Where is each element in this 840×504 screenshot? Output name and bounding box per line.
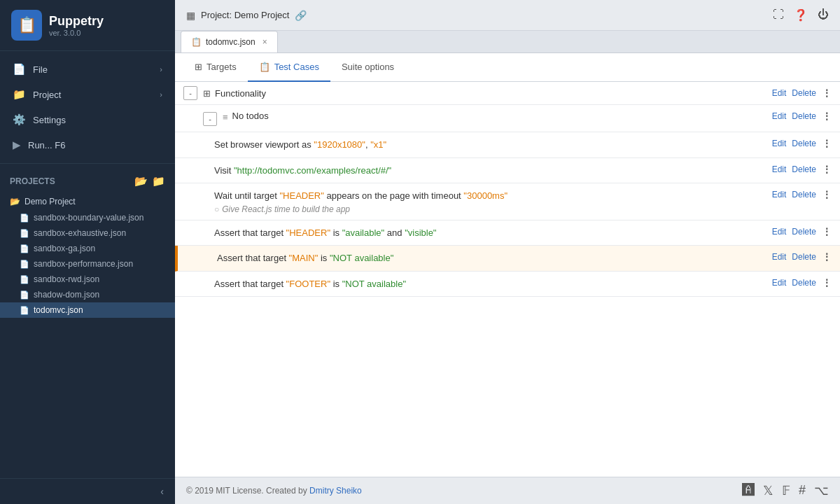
section-toggle-label: - [189, 89, 192, 97]
step-assert-footer-content: Assert that target "FOOTER" is "NOT avai… [214, 277, 772, 291]
step-assert-main-more-button[interactable]: ⋮ [822, 251, 832, 262]
step-assert-main-edit-button[interactable]: Edit [772, 252, 787, 262]
step-visit-actions: Edit Delete ⋮ [772, 164, 832, 175]
step-assert-footer-val: "NOT available" [342, 279, 406, 289]
file-tab-todomvc[interactable]: 📋 todomvc.json × [181, 31, 278, 52]
tab-close-button[interactable]: × [262, 37, 267, 47]
section-toggle-button[interactable]: - [183, 86, 197, 100]
collapse-sidebar-button[interactable]: ‹ [160, 486, 164, 497]
file-sandbox-performance[interactable]: 📄 sandbox-performance.json [0, 256, 175, 272]
test-group-delete-button[interactable]: Delete [792, 111, 816, 121]
sidebar-item-file[interactable]: 📄 File › [0, 57, 175, 82]
test-group-inner: - ≡ No todos [203, 111, 772, 126]
step-assert-header-text: Assert that target "HEADER" is "availabl… [214, 227, 436, 238]
tab-targets[interactable]: ⊞ Targets [183, 53, 248, 82]
step-viewport-edit-button[interactable]: Edit [772, 139, 787, 148]
power-icon[interactable]: ⏻ [818, 8, 829, 22]
test-group-toggle-button[interactable]: - [203, 112, 217, 126]
topbar-edit-icon[interactable]: 🔗 [295, 10, 307, 21]
help-icon[interactable]: ❓ [794, 8, 808, 22]
file-icon-6: 📄 [20, 306, 29, 315]
step-visit-url: "http://todomvc.com/examples/react/#/" [234, 165, 391, 176]
sidebar-item-project[interactable]: 📁 Project › [0, 82, 175, 107]
step-visit-edit-button[interactable]: Edit [772, 164, 787, 174]
step-visit-delete-button[interactable]: Delete [792, 164, 816, 174]
step-wait-comment: ○ Give React.js time to build the app [214, 204, 772, 214]
sidebar-item-file-label: File [33, 64, 48, 75]
twitter-icon[interactable]: 𝕏 [763, 483, 774, 498]
step-viewport-delete-button[interactable]: Delete [792, 139, 816, 148]
step-assert-footer-more-button[interactable]: ⋮ [822, 277, 832, 288]
project-group: 📂 Demo Project 📄 sandbox-boundary-value.… [0, 192, 175, 319]
tab-suite-options[interactable]: Suite options [330, 53, 405, 82]
step-visit-text: Visit "http://todomvc.com/examples/react… [214, 165, 391, 176]
section-delete-button[interactable]: Delete [792, 88, 816, 98]
step-assert-header-edit-button[interactable]: Edit [772, 227, 787, 237]
step-assert-header-delete-button[interactable]: Delete [792, 227, 816, 237]
step-wait-edit-button[interactable]: Edit [772, 190, 787, 200]
step-assert-footer-text: Assert that target "FOOTER" is "NOT avai… [214, 279, 406, 289]
step-assert-header-val2: "visible" [405, 227, 436, 238]
file-label-5: shadow-dom.json [34, 290, 99, 300]
content-area: ⊞ Targets 📋 Test Cases Suite options - ⊞… [175, 53, 840, 477]
demo-project-item[interactable]: 📂 Demo Project [0, 193, 175, 210]
main-area: ▦ Project: Demo Project 🔗 ⛶ ❓ ⏻ 📋 todomv… [175, 0, 840, 504]
topbar: ▦ Project: Demo Project 🔗 ⛶ ❓ ⏻ [175, 0, 840, 31]
step-visit-more-button[interactable]: ⋮ [822, 164, 832, 175]
file-icon-1: 📄 [20, 229, 29, 238]
sidebar: 📋 Puppetry ver. 3.0.0 📄 File › 📁 Project… [0, 0, 175, 504]
step-assert-footer-delete-button[interactable]: Delete [792, 278, 816, 288]
targets-tab-icon: ⊞ [195, 62, 202, 72]
file-sandbox-rwd[interactable]: 📄 sandbox-rwd.json [0, 272, 175, 287]
sidebar-nav: 📄 File › 📁 Project › ⚙️ Settings ▶ Run..… [0, 51, 175, 164]
file-label-2: sandbox-ga.json [34, 244, 95, 253]
facebook-icon[interactable]: 𝔽 [782, 483, 790, 498]
amazon-icon[interactable]: 🅰 [742, 483, 755, 498]
logo-icon: 📋 [11, 10, 42, 41]
footer-author-link[interactable]: Dmitry Sheiko [309, 486, 362, 496]
step-viewport-more-button[interactable]: ⋮ [822, 138, 832, 149]
tab-test-cases[interactable]: 📋 Test Cases [248, 53, 330, 82]
step-wait-more-button[interactable]: ⋮ [822, 189, 832, 200]
sidebar-item-settings[interactable]: ⚙️ Settings [0, 107, 175, 132]
file-label-6: todomvc.json [34, 305, 83, 315]
test-group-label: No todos [232, 111, 269, 121]
file-icon-2: 📄 [20, 244, 29, 253]
test-cases-scroll-area[interactable]: - ⊞ Functionality Edit Delete ⋮ - ≡ [175, 82, 840, 477]
file-sandbox-ga[interactable]: 📄 sandbox-ga.json [0, 241, 175, 256]
maximize-icon[interactable]: ⛶ [773, 8, 784, 22]
sidebar-item-run[interactable]: ▶ Run... F6 [0, 132, 175, 158]
projects-header: Projects 📂 📁 [0, 171, 175, 192]
file-todomvc[interactable]: 📄 todomvc.json [0, 302, 175, 318]
tab-test-cases-label: Test Cases [274, 62, 319, 72]
step-assert-header-more-button[interactable]: ⋮ [822, 226, 832, 237]
section-functionality-label: Functionality [215, 88, 772, 99]
topbar-left: ▦ Project: Demo Project 🔗 [186, 10, 307, 21]
file-sandbox-exhaustive[interactable]: 📄 sandbox-exhaustive.json [0, 225, 175, 241]
tab-file-label: todomvc.json [206, 37, 255, 47]
step-set-viewport-text: Set browser viewport as "1920x1080", "x1… [214, 139, 386, 150]
step-assert-header-target: "HEADER" [286, 227, 330, 238]
file-label-0: sandbox-boundary-value.json [34, 213, 144, 223]
file-shadow-dom[interactable]: 📄 shadow-dom.json [0, 287, 175, 302]
sidebar-footer: ‹ [0, 478, 175, 504]
github-icon[interactable]: ⌥ [814, 483, 829, 498]
test-group-more-button[interactable]: ⋮ [822, 111, 832, 122]
new-folder-icon[interactable]: 📂 [134, 175, 148, 188]
section-more-button[interactable]: ⋮ [822, 88, 832, 99]
open-folder-icon[interactable]: 📁 [152, 175, 165, 188]
file-tabs: 📋 todomvc.json × [175, 31, 840, 53]
step-assert-footer-edit-button[interactable]: Edit [772, 278, 787, 288]
step-assert-main-content: Assert that target "MAIN" is "NOT availa… [217, 251, 772, 265]
test-group-edit-button[interactable]: Edit [772, 111, 787, 121]
step-wait-delete-button[interactable]: Delete [792, 190, 816, 200]
step-assert-main-row: Assert that target "MAIN" is "NOT availa… [175, 246, 840, 272]
section-edit-button[interactable]: Edit [772, 88, 787, 98]
project-topbar-icon: ▦ [186, 10, 195, 21]
demo-project-label: Demo Project [24, 197, 76, 206]
slack-icon[interactable]: # [799, 483, 806, 498]
file-sandbox-boundary[interactable]: 📄 sandbox-boundary-value.json [0, 210, 175, 225]
topbar-right: ⛶ ❓ ⏻ [773, 8, 829, 22]
project-nav-arrow: › [160, 90, 162, 99]
step-assert-main-delete-button[interactable]: Delete [792, 252, 816, 262]
